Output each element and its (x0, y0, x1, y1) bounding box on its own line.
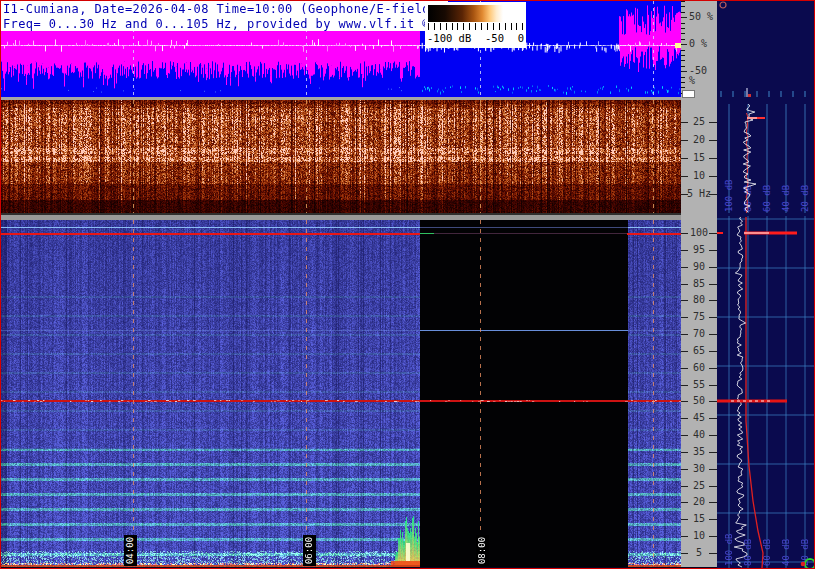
geophone-freq-label: 20 (681, 135, 717, 145)
scale-slider-handle[interactable] (682, 90, 695, 98)
divider-waveform-geophone (1, 97, 717, 100)
efield-spectrogram (1, 220, 681, 567)
geophone-freq-label: 25 (681, 117, 717, 127)
efield-freq-label: 50 (681, 396, 717, 406)
time-label: 08:00 (476, 535, 489, 566)
time-label-text: 08:00 (476, 535, 489, 566)
waveform-scale: 50 %0 %-50 % (681, 1, 717, 98)
time-label: 06:00 (303, 535, 316, 566)
efield-freq-label: 20 (681, 497, 717, 507)
efield-freq-label: 80 (681, 295, 717, 305)
efield-freq-label: 100 (681, 228, 717, 238)
spectrum-traces (717, 104, 814, 568)
efield-freq-label: 5 (681, 548, 717, 558)
efield-freq-label: 70 (681, 329, 717, 339)
time-label-text: 06:00 (303, 535, 316, 566)
title-line-1: I1-Cumiana, Date=2026-04-08 Time=10:00 (… (1, 1, 448, 16)
efield-spectrogram-area: 04:0006:0008:00 (1, 220, 681, 567)
db-label: 60 dB (762, 185, 772, 212)
efield-freq-label: 90 (681, 262, 717, 272)
geophone-freq-label: 15 (681, 153, 717, 163)
time-label-text: 04:00 (124, 535, 137, 566)
efield-freq-label: 25 (681, 481, 717, 491)
station-title: I1-Cumiana, Date=2026-04-08 Time=10:00 (… (1, 1, 448, 31)
geophone-frequency-scale: 252015105 Hz (681, 100, 717, 214)
efield-freq-label: 60 (681, 363, 717, 373)
efield-freq-label: 30 (681, 464, 717, 474)
spectrum-grid (717, 2, 814, 568)
efield-freq-label: 55 (681, 380, 717, 390)
efield-freq-label: 65 (681, 346, 717, 356)
efield-freq-label: 45 (681, 413, 717, 423)
db-label: 20 dB (800, 185, 810, 212)
colorbar-max-label: 0 (518, 32, 524, 44)
db-label: 100 dB (724, 179, 734, 212)
geophone-freq-label: 5 Hz (681, 189, 717, 199)
geophone-freq-label: 10 (681, 171, 717, 181)
db-label: 40 dB (781, 539, 791, 566)
waveform-scale-label: 0 % (681, 39, 717, 49)
efield-freq-label: 75 (681, 312, 717, 322)
colorbar-gradient (428, 5, 523, 22)
efield-freq-label: 95 (681, 245, 717, 255)
efield-freq-label: 15 (681, 514, 717, 524)
geophone-spectrogram (1, 100, 681, 213)
db-label: 80 dB (743, 539, 753, 566)
efield-freq-label: 40 (681, 430, 717, 440)
colorbar-min-label: -100 dB (427, 32, 471, 44)
title-line-2: Freq= 0...30 Hz and 0...105 Hz, provided… (1, 16, 433, 31)
waveform-scale-label: 50 % (681, 12, 717, 22)
efield-freq-label: 10 (681, 531, 717, 541)
vlf-monitor-screen: I1-Cumiana, Date=2026-04-08 Time=10:00 (… (0, 0, 815, 569)
efield-freq-label: 35 (681, 447, 717, 457)
waveform-scale-label: -50 % (681, 66, 717, 76)
time-label: 04:00 (124, 535, 137, 566)
divider-geophone-efield (1, 213, 717, 220)
efield-freq-label: 85 (681, 279, 717, 289)
db-colorbar: -100 dB -50 0 (425, 2, 526, 48)
db-label: 100 dB (724, 533, 734, 566)
efield-frequency-scale: 1009590858075706560555045403530252015105 (681, 215, 717, 567)
db-label: 80 dB (743, 185, 753, 212)
colorbar-mid-label: -50 (485, 32, 504, 44)
spectrum-side-panel: 100 dB 80 dB 60 dB 40 dB 20 dB 100 dB 80… (717, 1, 814, 568)
scale-column: 50 %0 %-50 % 252015105 Hz 10095908580757… (681, 1, 717, 567)
db-label: 40 dB (781, 185, 791, 212)
colorbar-labels: -100 dB -50 0 (427, 32, 524, 44)
colorbar-ticks (428, 23, 523, 30)
